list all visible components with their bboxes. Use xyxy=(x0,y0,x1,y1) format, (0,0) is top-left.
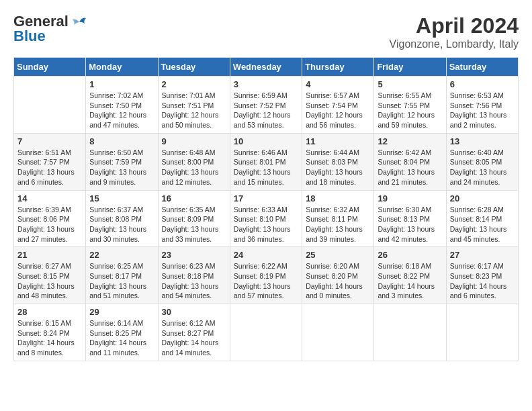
day-number: 18 xyxy=(306,193,370,203)
day-number: 17 xyxy=(234,193,298,203)
day-number: 2 xyxy=(162,79,226,89)
calendar-cell: 16Sunrise: 6:35 AM Sunset: 8:09 PM Dayli… xyxy=(158,190,230,247)
day-number: 6 xyxy=(450,79,515,89)
logo-blue-text: Blue xyxy=(13,28,46,44)
calendar-table: SundayMondayTuesdayWednesdayThursdayFrid… xyxy=(13,57,519,361)
day-number: 15 xyxy=(89,193,154,203)
calendar-cell xyxy=(302,304,374,361)
day-info: Sunrise: 6:55 AM Sunset: 7:55 PM Dayligh… xyxy=(378,91,442,130)
day-info: Sunrise: 6:44 AM Sunset: 8:03 PM Dayligh… xyxy=(306,148,370,187)
calendar-cell: 23Sunrise: 6:23 AM Sunset: 8:18 PM Dayli… xyxy=(158,247,230,304)
day-info: Sunrise: 6:57 AM Sunset: 7:54 PM Dayligh… xyxy=(306,91,370,130)
day-info: Sunrise: 6:40 AM Sunset: 8:05 PM Dayligh… xyxy=(450,148,515,187)
day-number: 29 xyxy=(89,307,154,317)
calendar-cell: 21Sunrise: 6:27 AM Sunset: 8:15 PM Dayli… xyxy=(14,247,86,304)
calendar-cell: 24Sunrise: 6:22 AM Sunset: 8:19 PM Dayli… xyxy=(230,247,302,304)
column-header-tuesday: Tuesday xyxy=(158,58,230,77)
day-info: Sunrise: 6:14 AM Sunset: 8:25 PM Dayligh… xyxy=(89,318,154,358)
calendar-cell: 12Sunrise: 6:42 AM Sunset: 8:04 PM Dayli… xyxy=(374,133,446,190)
calendar-cell xyxy=(230,304,302,361)
day-info: Sunrise: 6:48 AM Sunset: 8:00 PM Dayligh… xyxy=(162,148,226,187)
day-info: Sunrise: 6:32 AM Sunset: 8:11 PM Dayligh… xyxy=(306,205,370,244)
day-number: 21 xyxy=(17,250,82,260)
day-number: 26 xyxy=(378,250,442,260)
calendar-cell: 11Sunrise: 6:44 AM Sunset: 8:03 PM Dayli… xyxy=(302,133,374,190)
day-number: 3 xyxy=(234,79,298,89)
day-number: 4 xyxy=(306,79,370,89)
day-number: 16 xyxy=(162,193,226,203)
day-number: 20 xyxy=(450,193,515,203)
column-header-friday: Friday xyxy=(374,58,446,77)
day-number: 24 xyxy=(234,250,298,260)
day-info: Sunrise: 7:01 AM Sunset: 7:51 PM Dayligh… xyxy=(162,91,226,130)
day-number: 30 xyxy=(162,307,226,317)
calendar-cell: 5Sunrise: 6:55 AM Sunset: 7:55 PM Daylig… xyxy=(374,77,446,134)
calendar-week-row: 28Sunrise: 6:15 AM Sunset: 8:24 PM Dayli… xyxy=(14,304,519,361)
day-info: Sunrise: 6:35 AM Sunset: 8:09 PM Dayligh… xyxy=(162,205,226,244)
day-info: Sunrise: 6:30 AM Sunset: 8:13 PM Dayligh… xyxy=(378,205,442,244)
day-info: Sunrise: 6:15 AM Sunset: 8:24 PM Dayligh… xyxy=(17,318,82,358)
day-number: 22 xyxy=(89,250,154,260)
day-number: 13 xyxy=(450,136,515,146)
calendar-week-row: 1Sunrise: 7:02 AM Sunset: 7:50 PM Daylig… xyxy=(14,77,519,134)
day-info: Sunrise: 6:59 AM Sunset: 7:52 PM Dayligh… xyxy=(234,91,298,130)
day-number: 1 xyxy=(89,79,154,89)
day-info: Sunrise: 7:02 AM Sunset: 7:50 PM Dayligh… xyxy=(89,91,154,130)
day-info: Sunrise: 6:39 AM Sunset: 8:06 PM Dayligh… xyxy=(17,205,82,244)
day-number: 9 xyxy=(162,136,226,146)
title-block: April 2024 Vigonzone, Lombardy, Italy xyxy=(390,13,519,50)
day-number: 19 xyxy=(378,193,442,203)
calendar-cell: 29Sunrise: 6:14 AM Sunset: 8:25 PM Dayli… xyxy=(86,304,158,361)
day-info: Sunrise: 6:53 AM Sunset: 7:56 PM Dayligh… xyxy=(450,91,515,130)
day-number: 14 xyxy=(17,193,82,203)
calendar-cell: 14Sunrise: 6:39 AM Sunset: 8:06 PM Dayli… xyxy=(14,190,86,247)
calendar-header-row: SundayMondayTuesdayWednesdayThursdayFrid… xyxy=(14,58,519,77)
column-header-thursday: Thursday xyxy=(302,58,374,77)
column-header-sunday: Sunday xyxy=(14,58,86,77)
calendar-week-row: 7Sunrise: 6:51 AM Sunset: 7:57 PM Daylig… xyxy=(14,133,519,190)
calendar-cell: 20Sunrise: 6:28 AM Sunset: 8:14 PM Dayli… xyxy=(446,190,518,247)
day-info: Sunrise: 6:28 AM Sunset: 8:14 PM Dayligh… xyxy=(450,205,515,244)
calendar-cell: 27Sunrise: 6:17 AM Sunset: 8:23 PM Dayli… xyxy=(446,247,518,304)
day-number: 23 xyxy=(162,250,226,260)
calendar-cell: 10Sunrise: 6:46 AM Sunset: 8:01 PM Dayli… xyxy=(230,133,302,190)
day-info: Sunrise: 6:18 AM Sunset: 8:22 PM Dayligh… xyxy=(378,261,442,301)
calendar-cell: 8Sunrise: 6:50 AM Sunset: 7:59 PM Daylig… xyxy=(86,133,158,190)
page-header: General Blue April 2024 Vigonzone, Lomba… xyxy=(13,13,519,50)
calendar-cell xyxy=(446,304,518,361)
calendar-cell: 13Sunrise: 6:40 AM Sunset: 8:05 PM Dayli… xyxy=(446,133,518,190)
day-number: 8 xyxy=(89,136,154,146)
day-number: 5 xyxy=(378,79,442,89)
calendar-cell: 4Sunrise: 6:57 AM Sunset: 7:54 PM Daylig… xyxy=(302,77,374,134)
day-number: 12 xyxy=(378,136,442,146)
calendar-cell: 26Sunrise: 6:18 AM Sunset: 8:22 PM Dayli… xyxy=(374,247,446,304)
day-number: 7 xyxy=(17,136,82,146)
day-info: Sunrise: 6:27 AM Sunset: 8:15 PM Dayligh… xyxy=(17,261,82,301)
calendar-cell: 17Sunrise: 6:33 AM Sunset: 8:10 PM Dayli… xyxy=(230,190,302,247)
logo: General Blue xyxy=(13,13,89,44)
calendar-cell: 25Sunrise: 6:20 AM Sunset: 8:20 PM Dayli… xyxy=(302,247,374,304)
column-header-wednesday: Wednesday xyxy=(230,58,302,77)
calendar-cell: 9Sunrise: 6:48 AM Sunset: 8:00 PM Daylig… xyxy=(158,133,230,190)
day-info: Sunrise: 6:25 AM Sunset: 8:17 PM Dayligh… xyxy=(89,261,154,301)
day-info: Sunrise: 6:33 AM Sunset: 8:10 PM Dayligh… xyxy=(234,205,298,244)
day-info: Sunrise: 6:23 AM Sunset: 8:18 PM Dayligh… xyxy=(162,261,226,301)
calendar-cell: 1Sunrise: 7:02 AM Sunset: 7:50 PM Daylig… xyxy=(86,77,158,134)
calendar-cell: 2Sunrise: 7:01 AM Sunset: 7:51 PM Daylig… xyxy=(158,77,230,134)
calendar-cell: 7Sunrise: 6:51 AM Sunset: 7:57 PM Daylig… xyxy=(14,133,86,190)
calendar-week-row: 21Sunrise: 6:27 AM Sunset: 8:15 PM Dayli… xyxy=(14,247,519,304)
page-subtitle: Vigonzone, Lombardy, Italy xyxy=(390,38,519,50)
calendar-cell: 15Sunrise: 6:37 AM Sunset: 8:08 PM Dayli… xyxy=(86,190,158,247)
day-number: 11 xyxy=(306,136,370,146)
column-header-saturday: Saturday xyxy=(446,58,518,77)
day-info: Sunrise: 6:46 AM Sunset: 8:01 PM Dayligh… xyxy=(234,148,298,187)
calendar-cell: 6Sunrise: 6:53 AM Sunset: 7:56 PM Daylig… xyxy=(446,77,518,134)
calendar-cell: 30Sunrise: 6:12 AM Sunset: 8:27 PM Dayli… xyxy=(158,304,230,361)
day-number: 25 xyxy=(306,250,370,260)
day-info: Sunrise: 6:12 AM Sunset: 8:27 PM Dayligh… xyxy=(162,318,226,358)
calendar-cell xyxy=(14,77,86,134)
day-number: 27 xyxy=(450,250,515,260)
day-info: Sunrise: 6:17 AM Sunset: 8:23 PM Dayligh… xyxy=(450,261,515,301)
calendar-cell xyxy=(374,304,446,361)
calendar-cell: 18Sunrise: 6:32 AM Sunset: 8:11 PM Dayli… xyxy=(302,190,374,247)
